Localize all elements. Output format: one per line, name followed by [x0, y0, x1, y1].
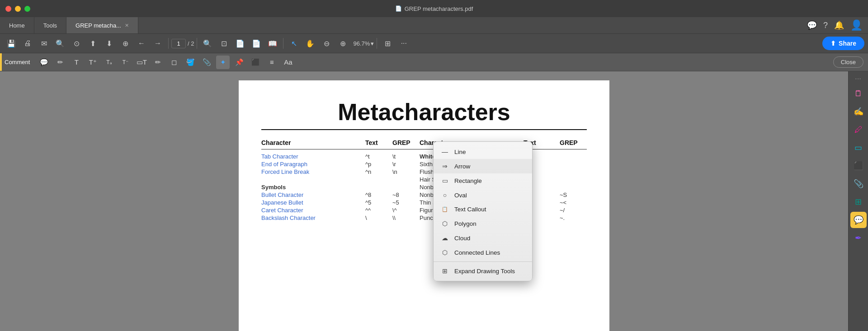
sidebar-measure-icon[interactable]: ⊞ — [850, 194, 867, 210]
tab-tools[interactable]: Tools — [34, 17, 66, 33]
dropdown-expand-tools[interactable]: ⊞ Expand Drawing Tools — [434, 264, 532, 278]
share-button[interactable]: ⬆ Share — [822, 37, 864, 50]
window-title: 📄 GREP metacharacters.pdf — [395, 5, 473, 12]
dropdown-item-rectangle[interactable]: ▭ Rectangle — [434, 173, 532, 188]
tab-home[interactable]: Home — [0, 17, 34, 33]
pin-tool[interactable]: 📌 — [232, 56, 246, 69]
separator-1 — [168, 38, 169, 49]
eraser-tool[interactable]: ◻ — [167, 56, 181, 69]
fit-page-btn[interactable]: ⊡ — [216, 36, 231, 51]
more-btn[interactable]: ··· — [396, 36, 411, 51]
help-icon[interactable]: ? — [823, 21, 828, 30]
email-button[interactable]: ✉ — [36, 36, 52, 51]
zoom-dropdown-icon[interactable]: ▾ — [371, 40, 374, 47]
highlight-tool[interactable]: ✏ — [53, 56, 67, 69]
table-row: Symbols Nonbreaking Space ^s — [261, 184, 587, 191]
dropdown-item-line[interactable]: — Line — [434, 145, 532, 159]
text-tool[interactable]: T — [70, 56, 83, 69]
polygon-icon: ⬡ — [441, 220, 449, 227]
dropdown-item-cloud[interactable]: ☁ Cloud — [434, 231, 532, 245]
pdf-page: Metacharacters Character Text GREP Chara… — [239, 80, 609, 331]
zoom-actual-btn[interactable]: ⊙ — [69, 36, 84, 51]
tab-bar: Home Tools GREP metacha... ✕ 💬 ? 🔔 👤 — [0, 17, 868, 33]
table-row: End of Paragraph ^p \r Sixth Space ^% — [261, 161, 587, 168]
zoom-minus-btn[interactable]: ⊖ — [319, 36, 334, 51]
sidebar-stamp-icon[interactable]: ⬛ — [850, 158, 867, 174]
sidebar-sticky-note-icon[interactable]: 🗒 — [850, 85, 867, 102]
page-nav: / 2 — [171, 39, 194, 48]
add-page-btn[interactable]: ⊕ — [118, 36, 133, 51]
zoom-out-btn[interactable]: 🔍 — [52, 36, 68, 51]
line-icon: — — [441, 148, 449, 155]
right-sidebar: ··· 🗒 ✍ 🖊 ▭ ⬛ 📎 ⊞ 💬 ✒ — [848, 71, 868, 331]
text-small-tool[interactable]: T⁻ — [118, 56, 132, 69]
rectangle-icon: ▭ — [441, 177, 449, 184]
sidebar-signature-icon[interactable]: ✒ — [850, 230, 867, 246]
sidebar-shape-icon[interactable]: ▭ — [850, 140, 867, 156]
sidebar-attach-icon[interactable]: 📎 — [850, 176, 867, 192]
save-button[interactable]: 💾 — [4, 36, 19, 51]
fill-tool[interactable]: 🪣 — [184, 56, 197, 69]
chat-icon[interactable]: 💬 — [807, 20, 817, 30]
adjust-btn[interactable]: ⊞ — [380, 36, 395, 51]
tab-document[interactable]: GREP metacha... ✕ — [66, 17, 138, 33]
page-number-input[interactable] — [171, 39, 186, 48]
fill2-tool[interactable]: ⬛ — [249, 56, 262, 69]
connected-lines-icon: ⬡ — [441, 249, 449, 256]
close-button[interactable] — [5, 6, 11, 12]
next-page-btn[interactable]: ⬇ — [101, 36, 117, 51]
dropdown-item-arrow[interactable]: ⇒ Arrow — [434, 159, 532, 173]
pdf-table-header: Character Text GREP Character Text GREP — [261, 139, 587, 149]
thumbnail-btn[interactable]: 📖 — [265, 36, 280, 51]
maximize-button[interactable] — [24, 6, 30, 12]
dropdown-item-text-callout[interactable]: 📋 Text Callout — [434, 202, 532, 216]
close-button[interactable]: Close — [833, 56, 863, 68]
dropdown-item-polygon[interactable]: ⬡ Polygon — [434, 216, 532, 231]
sidebar-highlight-icon[interactable]: 🖊 — [850, 121, 867, 138]
zoom-plus-btn[interactable]: ⊕ — [335, 36, 350, 51]
share-icon: ⬆ — [830, 40, 836, 47]
comment-label: Comment — [5, 59, 30, 65]
search-icon[interactable]: 🔍 — [200, 36, 215, 51]
prev-page-btn[interactable]: ⬆ — [85, 36, 100, 51]
stamp-tool[interactable]: 📎 — [200, 56, 213, 69]
font-tool[interactable]: Aa — [281, 56, 295, 69]
pdf-title: Metacharacters — [261, 98, 587, 126]
table-row: Hair Space ^| — [261, 176, 587, 183]
two-page-btn[interactable]: 📄 — [249, 36, 264, 51]
forward-btn[interactable]: → — [150, 36, 165, 51]
table-row: Tab Character ^t \t White Space (continu… — [261, 153, 587, 160]
pencil-tool[interactable]: ✏ — [151, 56, 165, 69]
table-row: Forced Line Break ^n \n Flush Space ^f — [261, 168, 587, 175]
drawing-tool[interactable]: ✦ — [216, 56, 230, 69]
single-page-btn[interactable]: 📄 — [232, 36, 248, 51]
separator-3 — [283, 38, 283, 49]
text-box-tool[interactable]: ▭T — [135, 56, 148, 69]
lines-tool[interactable]: ≡ — [265, 56, 278, 69]
hand-btn[interactable]: ✋ — [302, 36, 318, 51]
traffic-lights — [5, 6, 30, 12]
notifications-icon[interactable]: 🔔 — [834, 20, 844, 30]
back-btn[interactable]: ← — [134, 36, 149, 51]
minimize-button[interactable] — [15, 6, 21, 12]
title-bar: 📄 GREP metacharacters.pdf — [0, 0, 868, 17]
sticky-note-tool[interactable]: 💬 — [37, 56, 51, 69]
yellow-accent — [0, 53, 2, 71]
zoom-value: 96.7% — [353, 40, 370, 47]
dropdown-item-oval[interactable]: ○ Oval — [434, 188, 532, 202]
table-row: Caret Character ^^ \^ Figure Space ^/ ~/ — [261, 207, 587, 214]
text-add-tool[interactable]: T⁺ — [86, 56, 99, 69]
content-area: — Line ⇒ Arrow ▭ Rectangle ○ Oval 📋 Text… — [0, 71, 868, 331]
sidebar-text-icon[interactable]: ✍ — [850, 103, 867, 120]
sidebar-comment-icon[interactable]: 💬 — [850, 212, 867, 228]
print-button[interactable]: 🖨 — [20, 36, 35, 51]
profile-avatar[interactable]: 👤 — [850, 19, 863, 31]
tab-close-icon[interactable]: ✕ — [125, 23, 129, 28]
text-big-tool[interactable]: Tₐ — [102, 56, 116, 69]
pdf-icon: 📄 — [395, 5, 402, 12]
table-row: Japanese Bullet ^5 ~5 Thin Space ^< ~< — [261, 199, 587, 206]
cursor-btn[interactable]: ↖ — [286, 36, 302, 51]
page-total: / 2 — [188, 40, 194, 47]
dropdown-item-connected-lines[interactable]: ⬡ Connected Lines — [434, 245, 532, 260]
tab-bar-actions: 💬 ? 🔔 👤 — [807, 17, 868, 33]
